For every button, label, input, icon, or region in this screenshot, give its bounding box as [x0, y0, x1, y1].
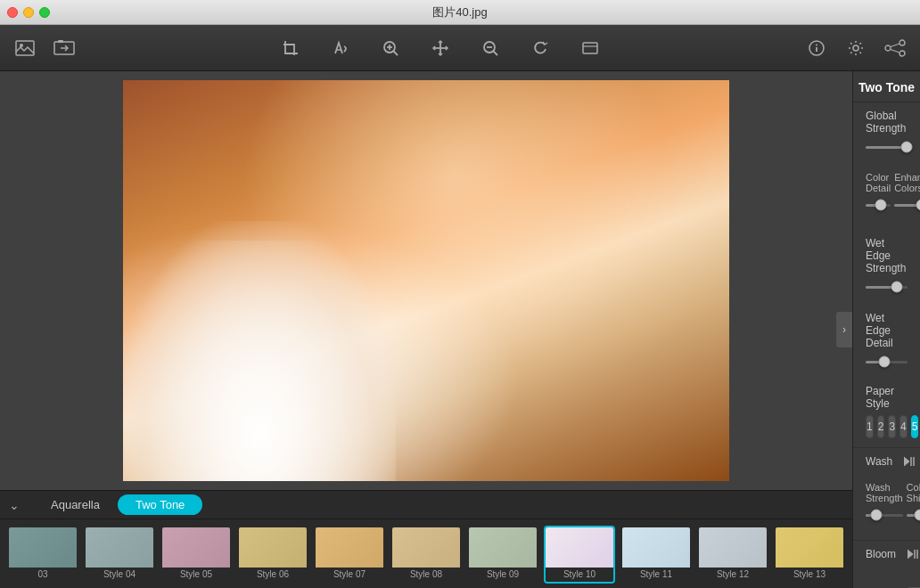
wash-strength-label: Wash Strength — [866, 482, 903, 503]
color-shift-label: Color Shift — [907, 482, 920, 503]
film-label: Style 10 — [546, 568, 613, 581]
svg-point-21 — [885, 45, 891, 51]
svg-point-23 — [899, 51, 905, 56]
svg-rect-15 — [583, 43, 597, 53]
global-strength-label: Global Strength — [866, 110, 908, 135]
canvas-image — [123, 80, 729, 481]
panel-collapse-button[interactable]: › — [836, 312, 852, 347]
wash-label: Wash — [866, 455, 892, 468]
wash-row: Wash ⊞ — [853, 447, 920, 475]
enhance-colors-label: Enhance Colors — [894, 172, 920, 193]
color-tool[interactable] — [324, 32, 357, 64]
filmstrip-item-4[interactable]: Style 06 — [237, 526, 308, 584]
filmstrip-item-8[interactable]: Style 10 — [544, 526, 615, 584]
toolbar — [0, 25, 920, 71]
bloom-play-button[interactable] — [903, 546, 920, 562]
settings-tool[interactable] — [840, 32, 872, 64]
global-strength-slider[interactable] — [866, 140, 908, 154]
wet-edge-detail-section: Wet Edge Detail — [853, 305, 920, 376]
film-label: Style 11 — [622, 568, 690, 581]
film-label: Style 12 — [699, 568, 767, 581]
svg-line-25 — [891, 49, 899, 53]
zoom-in-tool[interactable] — [374, 32, 407, 64]
bottom-area: ⌄ Aquarella Two Tone 03 Style 04 Style 0… — [0, 490, 852, 588]
main-content: › ⌄ Aquarella Two Tone 03 Style 04 Style… — [0, 71, 920, 588]
toolbar-center — [80, 32, 801, 64]
film-label: Style 09 — [469, 568, 537, 581]
film-label: 03 — [9, 568, 77, 581]
film-label: Style 05 — [162, 568, 230, 581]
wet-edge-strength-section: Wet Edge Strength — [853, 230, 920, 301]
crop-tool[interactable] — [275, 32, 307, 64]
svg-point-20 — [853, 45, 858, 51]
zoom-out-tool[interactable] — [474, 32, 506, 64]
toolbar-left — [9, 32, 80, 64]
filmstrip-item-7[interactable]: Style 09 — [467, 526, 538, 584]
maximize-button[interactable] — [39, 7, 50, 18]
dual-slider-row: Color Detail Enhance Colors — [866, 172, 908, 212]
film-label: Style 07 — [316, 568, 383, 581]
wash-strength-shift-section: Wash Strength Color Shift — [853, 475, 920, 536]
filmstrip-item-6[interactable]: Style 08 — [390, 526, 462, 584]
paper-style-btn-2[interactable]: 2 — [877, 415, 885, 438]
import-tool[interactable] — [48, 32, 80, 64]
bloom-controls — [903, 546, 920, 562]
wet-edge-detail-label: Wet Edge Detail — [866, 312, 908, 349]
svg-rect-4 — [58, 40, 63, 43]
panel-title: Two Tone — [853, 71, 920, 102]
wash-strength-col: Wash Strength — [866, 482, 903, 522]
paper-buttons: 1234567 — [866, 415, 908, 438]
svg-line-14 — [493, 51, 497, 55]
minimize-button[interactable] — [23, 7, 34, 18]
color-shift-slider[interactable] — [907, 508, 920, 522]
paper-style-btn-1[interactable]: 1 — [866, 415, 874, 438]
wet-edge-strength-label: Wet Edge Strength — [866, 237, 908, 274]
tab-aquarella[interactable]: Aquarella — [33, 494, 118, 515]
color-detail-enhance-section: Color Detail Enhance Colors — [853, 165, 920, 226]
paper-style-btn-3[interactable]: 3 — [888, 415, 896, 438]
svg-point-22 — [899, 40, 905, 45]
wash-play-button[interactable] — [899, 453, 919, 470]
close-button[interactable] — [7, 7, 18, 18]
share-tool[interactable] — [879, 32, 911, 64]
titlebar: 图片40.jpg — [0, 0, 920, 25]
filmstrip: 03 Style 04 Style 05 Style 06 Style 07 S… — [0, 519, 852, 588]
paper-style-section: Paper Style 1234567 — [853, 380, 920, 444]
color-detail-col: Color Detail — [866, 172, 891, 212]
color-detail-slider[interactable] — [866, 198, 891, 212]
image-tool[interactable] — [9, 32, 41, 64]
enhance-colors-slider[interactable] — [894, 198, 920, 212]
rotate-tool[interactable] — [524, 32, 556, 64]
paper-style-label: Paper Style — [866, 385, 908, 410]
wash-strength-slider[interactable] — [866, 508, 903, 522]
bloom-label: Bloom — [866, 548, 896, 560]
filmstrip-item-9[interactable]: Style 11 — [620, 526, 692, 584]
wash-controls — [899, 453, 920, 470]
film-label: Style 04 — [86, 568, 153, 581]
export-tool[interactable] — [574, 32, 606, 64]
window-title: 图片40.jpg — [432, 4, 487, 20]
right-panel: Two Tone Global Strength Color Detail — [852, 71, 920, 588]
enhance-colors-col: Enhance Colors — [894, 172, 920, 212]
wet-edge-strength-slider[interactable] — [866, 280, 908, 294]
filmstrip-item-5[interactable]: Style 07 — [314, 526, 385, 584]
paper-style-btn-5[interactable]: 5 — [911, 415, 919, 438]
bloom-row: Bloom ⊞ — [853, 540, 920, 568]
filmstrip-item-2[interactable]: Style 04 — [84, 526, 155, 584]
svg-line-9 — [393, 51, 398, 55]
filmstrip-item-11[interactable]: Style 13 — [774, 526, 845, 584]
expand-icon[interactable]: ⌄ — [9, 498, 20, 512]
svg-line-24 — [891, 44, 899, 47]
filmstrip-item-10[interactable]: Style 12 — [697, 526, 768, 584]
svg-point-19 — [816, 44, 817, 45]
wash-dual-row: Wash Strength Color Shift — [866, 482, 908, 522]
tab-two-tone[interactable]: Two Tone — [118, 494, 202, 515]
move-tool[interactable] — [424, 32, 456, 64]
canvas-area: › ⌄ Aquarella Two Tone 03 Style 04 Style… — [0, 71, 852, 588]
wet-edge-detail-slider[interactable] — [866, 355, 908, 369]
filmstrip-item-3[interactable]: Style 05 — [160, 526, 232, 584]
canvas-wrapper — [0, 71, 852, 490]
paper-style-btn-4[interactable]: 4 — [899, 415, 908, 438]
info-tool[interactable] — [801, 32, 833, 64]
filmstrip-item-1[interactable]: 03 — [7, 526, 78, 584]
